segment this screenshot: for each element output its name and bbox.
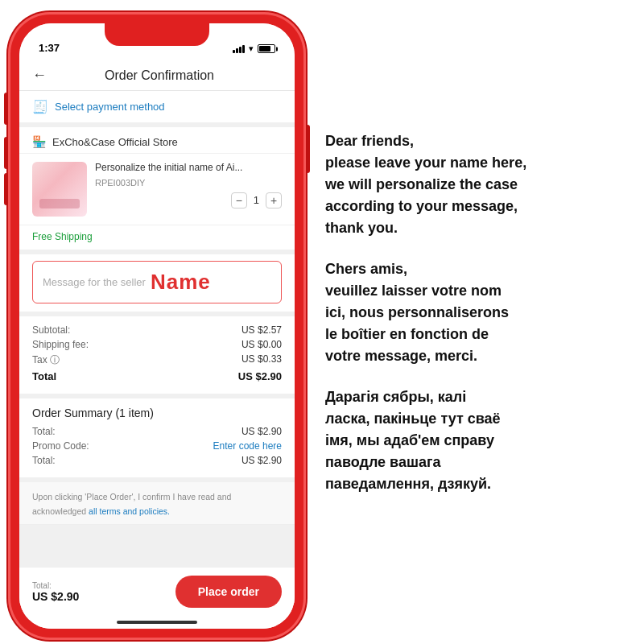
phone-body: 1:37 ▾ ←: [8, 12, 306, 640]
quantity-plus-button[interactable]: +: [266, 192, 282, 208]
promo-row: Promo Code: Enter code here: [32, 440, 282, 452]
footer-total: Total: US $2.90: [32, 581, 79, 603]
status-icons: ▾: [233, 43, 275, 54]
tax-row: Tax ⓘ US $0.33: [32, 353, 282, 367]
subtotal-row: Subtotal: US $2.57: [32, 324, 282, 336]
product-section: Personalize the initial name of Ai... RP…: [19, 154, 295, 225]
tax-label: Tax ⓘ: [32, 353, 60, 367]
payment-method-link[interactable]: Select payment method: [55, 101, 165, 113]
total-value: US $2.90: [238, 370, 282, 382]
order-total-value: US $2.90: [242, 426, 282, 437]
order-total-row: Total: US $2.90: [32, 426, 282, 437]
seller-message-input[interactable]: Message for the seller Name: [32, 261, 282, 303]
french-text: Chers amis, veuillez laisser votre nom i…: [325, 258, 625, 367]
store-name: ExCho&Case Official Store: [52, 136, 178, 148]
footer-total-amount: US $2.90: [32, 590, 79, 603]
final-total-value: US $2.90: [242, 455, 282, 466]
page-title: Order Confirmation: [56, 68, 262, 83]
order-total-label: Total:: [32, 426, 56, 437]
terms-section: Upon clicking 'Place Order', I confirm I…: [19, 482, 295, 525]
phone-screen: 1:37 ▾ ←: [19, 23, 295, 629]
english-text: Dear friends, please leave your name her…: [325, 130, 625, 239]
order-summary-title: Order Summary (1 item): [32, 407, 282, 419]
subtotal-value: US $2.57: [242, 324, 282, 336]
terms-text: Upon clicking 'Place Order', I confirm I…: [32, 492, 231, 516]
final-total-label: Total:: [32, 455, 56, 466]
total-label: Total: [32, 370, 56, 382]
product-image: [32, 162, 87, 217]
store-section: 🏪 ExCho&Case Official Store: [19, 127, 295, 154]
product-sku: RPEI003DIY: [95, 178, 282, 188]
shipping-fee-row: Shipping fee: US $0.00: [32, 339, 282, 350]
wifi-icon: ▾: [249, 43, 254, 54]
phone-mockup: 1:37 ▾ ←: [8, 12, 306, 640]
seller-message-placeholder: Message for the seller: [43, 276, 146, 288]
app-content: ← Order Confirmation 🧾 Select payment me…: [19, 59, 295, 629]
belarusian-instruction: Дарагія сябры, калі ласка, пакіньце тут …: [325, 386, 625, 495]
terms-link[interactable]: all terms and policies.: [89, 506, 170, 516]
seller-message-section: Message for the seller Name: [19, 254, 295, 316]
belarusian-text: Дарагія сябры, калі ласка, пакіньце тут …: [325, 386, 625, 495]
scroll-area: 🧾 Select payment method 🏪 ExCho&Case Off…: [19, 91, 295, 629]
place-order-button[interactable]: Place order: [175, 576, 282, 608]
total-row: Total US $2.90: [32, 370, 282, 382]
phone-notch: [105, 23, 209, 46]
payment-section[interactable]: 🧾 Select payment method: [19, 91, 295, 127]
quantity-value: 1: [254, 194, 259, 206]
subtotal-label: Subtotal:: [32, 324, 70, 336]
product-name: Personalize the initial name of Ai...: [95, 162, 282, 175]
product-info: Personalize the initial name of Ai... RP…: [95, 162, 282, 217]
seller-message-typed-value: Name: [151, 270, 211, 295]
tax-value: US $0.33: [242, 353, 282, 367]
quantity-minus-button[interactable]: −: [231, 192, 247, 208]
final-total-row: Total: US $2.90: [32, 455, 282, 466]
back-button[interactable]: ←: [32, 67, 47, 84]
order-summary-section: Order Summary (1 item) Total: US $2.90 P…: [19, 398, 295, 482]
home-indicator: [19, 616, 295, 629]
signal-icon: [233, 45, 245, 53]
french-instruction: Chers amis, veuillez laisser votre nom i…: [325, 258, 625, 367]
right-panel: Dear friends, please leave your name her…: [306, 106, 644, 539]
wallet-icon: 🧾: [32, 99, 48, 114]
battery-icon: [258, 44, 275, 53]
english-instruction: Dear friends, please leave your name her…: [325, 130, 625, 239]
product-quantity: − 1 +: [95, 192, 282, 208]
shipping-fee-label: Shipping fee:: [32, 339, 89, 350]
shipping-section: Free Shipping: [19, 225, 295, 254]
footer-total-label: Total:: [32, 581, 79, 590]
promo-code-link[interactable]: Enter code here: [213, 440, 282, 452]
status-time: 1:37: [39, 42, 60, 54]
home-bar: [117, 621, 197, 624]
price-summary: Subtotal: US $2.57 Shipping fee: US $0.0…: [19, 316, 295, 398]
free-shipping-label: Free Shipping: [32, 231, 93, 242]
app-header: ← Order Confirmation: [19, 59, 295, 91]
app-footer: Total: US $2.90 Place order: [19, 567, 295, 616]
promo-label: Promo Code:: [32, 440, 89, 452]
shipping-fee-value: US $0.00: [242, 339, 282, 350]
store-icon: 🏪: [32, 135, 46, 148]
